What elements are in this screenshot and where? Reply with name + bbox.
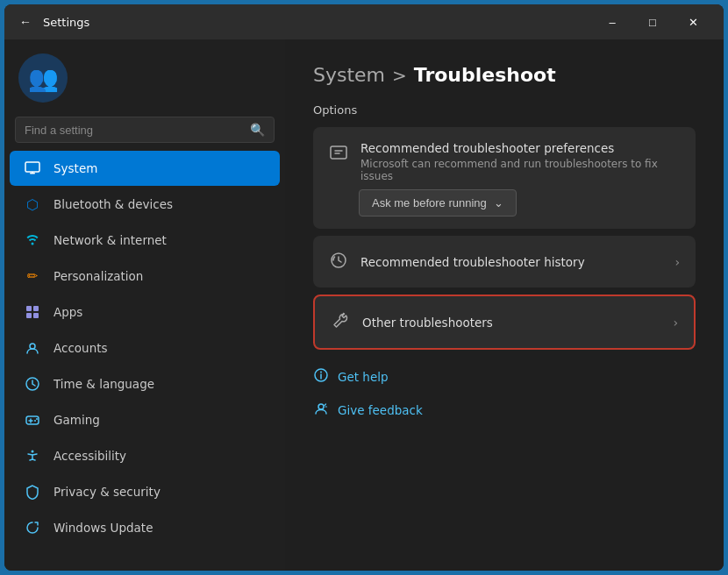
chevron-right-icon: › bbox=[674, 255, 680, 269]
svg-rect-6 bbox=[26, 313, 32, 318]
links-section: Get help Give feedback bbox=[313, 364, 696, 423]
recommended-history-title: Recommended troubleshooter history bbox=[360, 255, 585, 269]
accounts-icon bbox=[24, 339, 41, 357]
sidebar-item-label-accounts: Accounts bbox=[54, 341, 108, 355]
window-controls: – □ ✕ bbox=[592, 8, 713, 36]
sidebar-item-personalization[interactable]: ✏️ Personalization bbox=[10, 259, 280, 294]
system-icon bbox=[24, 160, 41, 177]
recommended-prefs-text: Recommended troubleshooter preferences M… bbox=[360, 141, 680, 182]
breadcrumb-parent: System bbox=[313, 64, 385, 86]
window-title: Settings bbox=[43, 16, 592, 29]
wrench-icon bbox=[331, 311, 350, 335]
svg-point-18 bbox=[318, 404, 324, 409]
sidebar-item-privacy[interactable]: Privacy & security bbox=[10, 474, 280, 509]
other-troubleshooters-row[interactable]: Other troubleshooters › bbox=[315, 296, 694, 348]
privacy-icon bbox=[24, 483, 41, 500]
recommended-prefs-header: Recommended troubleshooter preferences M… bbox=[313, 127, 696, 189]
bluetooth-icon: ⬡ bbox=[24, 195, 41, 213]
get-help-link[interactable]: Get help bbox=[313, 364, 696, 390]
sidebar-item-label-bluetooth: Bluetooth & devices bbox=[54, 197, 173, 211]
recommended-history-left: Recommended troubleshooter history bbox=[329, 249, 585, 274]
sidebar-item-system[interactable]: System bbox=[10, 151, 280, 186]
svg-rect-14 bbox=[331, 146, 346, 159]
search-box[interactable]: 🔍 bbox=[15, 117, 275, 143]
user-section bbox=[4, 39, 285, 113]
get-help-icon bbox=[313, 367, 329, 387]
search-input[interactable] bbox=[25, 124, 243, 137]
apps-icon bbox=[24, 303, 41, 321]
breadcrumb-current: Troubleshoot bbox=[414, 64, 556, 86]
recommended-history-row[interactable]: Recommended troubleshooter history › bbox=[313, 236, 696, 288]
sidebar-item-time[interactable]: Time & language bbox=[10, 366, 280, 401]
sidebar-item-accessibility[interactable]: Accessibility bbox=[10, 438, 280, 473]
svg-point-3 bbox=[32, 243, 34, 245]
sidebar-item-bluetooth[interactable]: ⬡ Bluetooth & devices bbox=[10, 187, 280, 222]
chevron-right-icon-2: › bbox=[673, 316, 678, 330]
sidebar-nav: System ⬡ Bluetooth & devices Network & bbox=[4, 150, 285, 546]
minimize-button[interactable]: – bbox=[592, 8, 632, 36]
chevron-down-icon: ⌄ bbox=[494, 196, 503, 209]
svg-point-17 bbox=[320, 372, 322, 373]
sidebar-item-label-gaming: Gaming bbox=[54, 413, 100, 427]
close-button[interactable]: ✕ bbox=[673, 8, 713, 36]
history-icon bbox=[329, 251, 348, 274]
svg-point-11 bbox=[34, 420, 36, 422]
breadcrumb: System > Troubleshoot bbox=[313, 64, 696, 86]
svg-point-8 bbox=[30, 344, 35, 349]
settings-window: ← Settings – □ ✕ 🔍 bbox=[4, 4, 724, 571]
svg-rect-0 bbox=[25, 162, 39, 172]
other-troubleshooters-card[interactable]: Other troubleshooters › bbox=[313, 295, 696, 350]
recommended-prefs-card: Recommended troubleshooter preferences M… bbox=[313, 127, 696, 229]
recommended-prefs-title: Recommended troubleshooter preferences bbox=[360, 141, 680, 155]
avatar bbox=[18, 53, 68, 103]
sidebar-item-label-system: System bbox=[54, 161, 97, 175]
dropdown-label: Ask me before running bbox=[372, 196, 487, 209]
accessibility-icon bbox=[24, 447, 41, 465]
ask-before-running-dropdown[interactable]: Ask me before running ⌄ bbox=[359, 189, 517, 217]
sidebar-item-label-network: Network & internet bbox=[54, 233, 167, 247]
svg-point-13 bbox=[32, 451, 34, 453]
maximize-button[interactable]: □ bbox=[632, 8, 673, 36]
gaming-icon bbox=[24, 411, 41, 429]
sidebar-item-label-accessibility: Accessibility bbox=[54, 449, 126, 463]
back-button[interactable]: ← bbox=[15, 11, 36, 32]
recommended-prefs-subtitle: Microsoft can recommend and run troubles… bbox=[360, 158, 680, 182]
give-feedback-label: Give feedback bbox=[338, 403, 423, 417]
sidebar-item-accounts[interactable]: Accounts bbox=[10, 330, 280, 366]
svg-rect-5 bbox=[33, 306, 39, 311]
breadcrumb-separator: > bbox=[392, 65, 407, 86]
content-area: 🔍 System ⬡ Bl bbox=[4, 39, 724, 571]
svg-rect-7 bbox=[33, 313, 39, 318]
update-icon bbox=[24, 519, 41, 536]
sidebar-item-network[interactable]: Network & internet bbox=[10, 223, 280, 258]
sidebar-item-label-personalization: Personalization bbox=[54, 269, 143, 283]
svg-point-12 bbox=[36, 418, 38, 420]
give-feedback-link[interactable]: Give feedback bbox=[313, 397, 696, 423]
network-icon bbox=[24, 231, 41, 249]
sidebar-item-update[interactable]: Windows Update bbox=[10, 510, 280, 545]
give-feedback-icon bbox=[313, 401, 329, 420]
time-icon bbox=[24, 375, 41, 393]
other-troubleshooters-title: Other troubleshooters bbox=[362, 316, 493, 330]
recommended-history-card[interactable]: Recommended troubleshooter history › bbox=[313, 236, 696, 288]
sidebar-item-label-update: Windows Update bbox=[54, 521, 153, 535]
titlebar: ← Settings – □ ✕ bbox=[4, 4, 724, 39]
main-content: System > Troubleshoot Options Recommen bbox=[285, 39, 724, 571]
sidebar-item-gaming[interactable]: Gaming bbox=[10, 402, 280, 437]
search-icon: 🔍 bbox=[250, 123, 265, 137]
recommended-prefs-icon bbox=[329, 143, 348, 167]
other-troubleshooters-left: Other troubleshooters bbox=[331, 309, 493, 335]
sidebar-item-apps[interactable]: Apps bbox=[10, 295, 280, 330]
sidebar-item-label-apps: Apps bbox=[54, 305, 82, 319]
sidebar-item-label-time: Time & language bbox=[54, 377, 154, 391]
svg-rect-4 bbox=[26, 306, 32, 311]
personalization-icon: ✏️ bbox=[24, 267, 41, 285]
sidebar-item-label-privacy: Privacy & security bbox=[54, 485, 161, 499]
get-help-label: Get help bbox=[338, 370, 389, 384]
section-title: Options bbox=[313, 103, 696, 117]
sidebar: 🔍 System ⬡ Bl bbox=[4, 39, 285, 571]
